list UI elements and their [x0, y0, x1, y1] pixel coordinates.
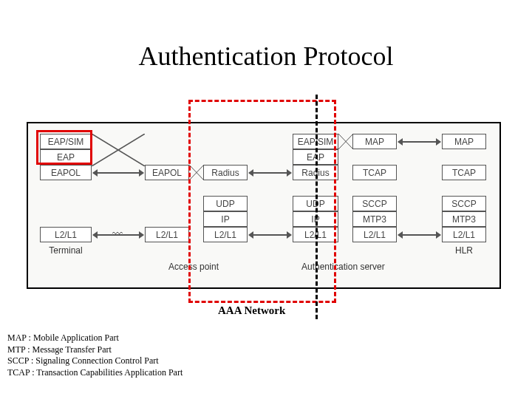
layer-cell: SCCP: [442, 196, 486, 211]
layer-cell: L2/L1: [40, 227, 92, 242]
divider-dashed: [316, 95, 318, 319]
layer-cell: L2/L1: [442, 227, 486, 242]
layer-cell: L2/L1: [145, 227, 189, 242]
stack-as-right: MAP TCAP SCCP MTP3 L2/L1: [352, 134, 397, 242]
node-label-terminal: Terminal: [40, 245, 92, 256]
stack-hlr: MAP TCAP SCCP MTP3 L2/L1 HLR: [442, 134, 486, 256]
link-terminal-ap: [93, 172, 143, 174]
zigzag-icon: 〰: [112, 228, 123, 239]
aaa-label: AAA Network: [218, 304, 285, 317]
layer-cell: EAPOL: [145, 165, 189, 180]
legend-item: TCAP : Transaction Capabilities Applicat…: [7, 367, 183, 379]
legend-item: MAP : Mobile Application Part: [7, 332, 183, 344]
layer-cell: MAP: [442, 134, 486, 149]
layer-cell: TCAP: [442, 165, 486, 180]
node-label-hlr: HLR: [442, 245, 486, 256]
legend-item: SCCP : Signaling Connection Control Part: [7, 355, 183, 367]
layer-cell: SCCP: [352, 196, 397, 211]
cross-icon: [92, 134, 145, 166]
cross-icon: [338, 134, 353, 149]
legend-item: MTP : Message Transfer Part: [7, 344, 183, 356]
layer-cell: TCAP: [352, 165, 397, 180]
legend: MAP : Mobile Application Part MTP : Mess…: [7, 332, 183, 378]
highlight-eap: [36, 130, 92, 165]
layer-cell: MTP3: [442, 211, 486, 227]
highlight-aaa: [188, 100, 336, 303]
layer-cell: EAPOL: [40, 165, 92, 180]
layer-cell: L2/L1: [352, 227, 397, 242]
link-as-hlr-map: [398, 141, 440, 143]
link-as-hlr-l2: [398, 234, 440, 236]
layer-cell: MTP3: [352, 211, 397, 227]
layer-cell: MAP: [352, 134, 397, 149]
page-title: Authentication Protocol: [0, 41, 532, 72]
stack-ap-left: EAPOL L2/L1: [145, 165, 189, 242]
